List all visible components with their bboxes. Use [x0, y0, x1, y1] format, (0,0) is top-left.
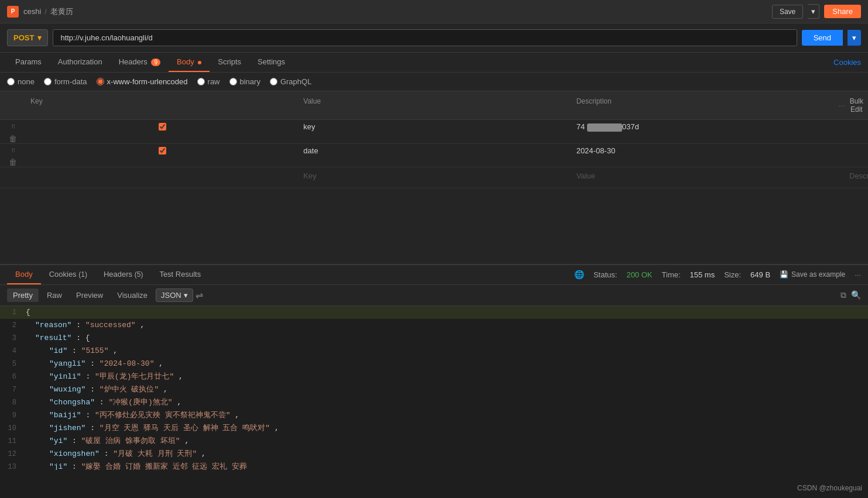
globe-icon: 🌐 — [574, 270, 584, 279]
json-line-12: 12 "xiongshen" : "月破 大耗 月刑 天刑" , — [0, 448, 868, 461]
request-tabs: Params Authorization Headers 9 Body Scri… — [0, 53, 868, 73]
more-icon: ··· — [838, 101, 845, 110]
params-table: Key Value Description ··· Bulk Edit ⠿ ke… — [0, 91, 868, 188]
row1-delete-button[interactable]: 🗑 — [0, 134, 26, 143]
row1-value[interactable]: 74 037d — [572, 120, 845, 134]
response-tab-test-results[interactable]: Test Results — [151, 265, 209, 284]
breadcrumb: ceshi / 老黄历 — [23, 6, 73, 17]
params-table-header: Key Value Description ··· Bulk Edit — [0, 91, 868, 120]
json-line-5: 5 "yangli" : "2024-08-30" , — [0, 358, 868, 370]
row2-value[interactable]: 2024-08-30 — [572, 144, 845, 157]
copy-response-button[interactable]: ⧉ — [840, 290, 846, 300]
table-row: ⠿ date 2024-08-30 🗑 — [0, 144, 868, 167]
top-header: P ceshi / 老黄历 Save ▾ Share — [0, 0, 868, 23]
send-button[interactable]: Send — [802, 30, 843, 46]
time-value: 155 ms — [690, 270, 715, 279]
response-tabs-bar: Body Cookies (1) Headers (5) Test Result… — [0, 265, 868, 285]
format-tab-visualize[interactable]: Visualize — [111, 289, 153, 302]
wrap-icon[interactable]: ⇌ — [195, 290, 203, 301]
save-dropdown-button[interactable]: ▾ — [808, 4, 819, 19]
json-line-13: 13 "ji" : "嫁娶 合婚 订婚 搬新家 近邻 征远 宏礼 安葬 — [0, 461, 868, 470]
json-viewer: 1 { 2 "reason" : "successed" , 3 "result… — [0, 306, 868, 470]
format-select[interactable]: JSON ▾ — [156, 289, 193, 302]
json-line-3: 3 "result" : { — [0, 332, 868, 345]
key-header: Key — [26, 95, 299, 116]
search-response-button[interactable]: 🔍 — [851, 290, 861, 300]
header-drag-col — [0, 95, 26, 116]
tab-scripts[interactable]: Scripts — [210, 53, 249, 72]
url-bar-area: POST ▾ Send ▾ — [0, 23, 868, 53]
row2-delete-button[interactable]: 🗑 — [0, 157, 26, 167]
format-tab-pretty[interactable]: Pretty — [7, 289, 39, 302]
method-select[interactable]: POST ▾ — [7, 29, 48, 46]
body-dot — [198, 61, 201, 64]
tab-authorization[interactable]: Authorization — [50, 53, 111, 72]
radio-none[interactable]: none — [7, 77, 35, 86]
tab-headers[interactable]: Headers 9 — [111, 53, 169, 72]
header-left: P ceshi / 老黄历 — [7, 6, 73, 18]
value-header: Value — [299, 95, 571, 116]
radio-raw[interactable]: raw — [197, 77, 220, 86]
row1-checkbox[interactable] — [159, 123, 166, 130]
radio-urlencoded[interactable]: x-www-form-urlencoded — [97, 77, 188, 86]
method-label: POST — [13, 33, 34, 42]
tab-params[interactable]: Params — [7, 53, 50, 72]
row1-desc[interactable] — [845, 125, 868, 129]
bulk-edit-button[interactable]: Bulk Edit — [850, 97, 863, 114]
json-line-1: 1 { — [0, 306, 868, 319]
radio-graphql[interactable]: GraphQL — [270, 77, 311, 86]
format-tab-preview[interactable]: Preview — [70, 289, 109, 302]
format-tab-raw[interactable]: Raw — [41, 289, 68, 302]
share-button[interactable]: Share — [824, 5, 861, 18]
tab-body[interactable]: Body — [169, 53, 210, 72]
save-example-button[interactable]: 💾 Save as example — [780, 270, 845, 279]
breadcrumb-separator: / — [44, 7, 47, 16]
json-line-4: 4 "id" : "5155" , — [0, 345, 868, 358]
redacted-value — [587, 123, 622, 132]
url-input[interactable] — [53, 29, 797, 46]
format-tabs: Pretty Raw Preview Visualize JSON ▾ ⇌ — [7, 289, 203, 302]
watermark: CSDN @zhoukeguai — [797, 484, 862, 492]
format-actions: ⧉ 🔍 — [840, 290, 861, 300]
response-tab-body[interactable]: Body — [7, 265, 41, 284]
app-logo: P — [7, 6, 19, 18]
header-right: Save ▾ Share — [772, 4, 861, 19]
breadcrumb-collection[interactable]: 老黄历 — [50, 6, 73, 17]
response-tab-headers[interactable]: Headers (5) — [95, 265, 151, 284]
header-actions: ··· Bulk Edit — [845, 95, 868, 116]
desc-header: Description — [572, 95, 845, 116]
json-line-7: 7 "wuxing" : "炉中火 破执位" , — [0, 383, 868, 396]
response-section: Body Cookies (1) Headers (5) Test Result… — [0, 265, 868, 498]
json-line-9: 9 "baiji" : "丙不修灶必见灾殃 寅不祭祀神鬼不尝" , — [0, 409, 868, 422]
json-line-6: 6 "yinli" : "甲辰(龙)年七月廿七" , — [0, 370, 868, 383]
status-code: 200 OK — [626, 270, 652, 279]
radio-binary[interactable]: binary — [229, 77, 260, 86]
empty-body-area — [0, 188, 868, 265]
table-row: ⠿ key 74 037d 🗑 — [0, 120, 868, 144]
radio-form-data[interactable]: form-data — [44, 77, 87, 86]
more-options-icon[interactable]: ··· — [855, 270, 861, 279]
json-line-8: 8 "chongsha" : "冲猴(庚申)煞北" , — [0, 396, 868, 409]
row2-checkbox[interactable] — [159, 147, 166, 154]
empty-key[interactable]: Key — [299, 169, 571, 183]
response-tab-cookies[interactable]: Cookies (1) — [41, 265, 95, 284]
row2-key[interactable]: date — [299, 144, 571, 157]
response-format-bar: Pretty Raw Preview Visualize JSON ▾ ⇌ ⧉ … — [0, 285, 868, 306]
row2-desc[interactable] — [845, 148, 868, 153]
format-select-dropdown-icon: ▾ — [184, 291, 188, 300]
empty-desc[interactable]: Description — [845, 169, 868, 183]
method-dropdown-icon: ▾ — [37, 33, 42, 42]
save-button[interactable]: Save — [772, 5, 803, 19]
empty-value[interactable]: Value — [572, 169, 845, 183]
send-dropdown-button[interactable]: ▾ — [848, 30, 861, 46]
row1-checkbox-cell — [26, 123, 299, 130]
row1-key[interactable]: key — [299, 120, 571, 133]
drag-handle[interactable]: ⠿ — [0, 147, 26, 154]
headers-count-badge: 9 — [151, 59, 160, 66]
cookies-link[interactable]: Cookies — [833, 53, 861, 71]
tab-settings[interactable]: Settings — [249, 53, 293, 72]
drag-handle[interactable]: ⠿ — [0, 123, 26, 130]
request-tabs-left: Params Authorization Headers 9 Body Scri… — [7, 53, 293, 72]
table-row-empty: Key Value Description — [0, 167, 868, 188]
breadcrumb-project[interactable]: ceshi — [23, 7, 41, 16]
